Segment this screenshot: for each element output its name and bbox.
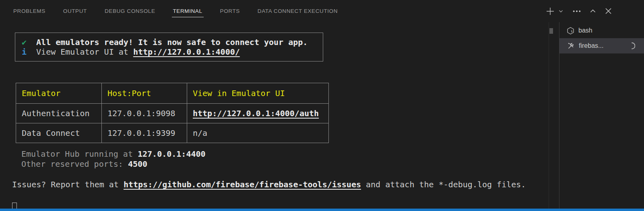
- cell-emulator-name: Data Connect: [16, 123, 102, 143]
- terminal-output[interactable]: ✔All emulators ready! It is now safe to …: [12, 22, 547, 209]
- hub-address: 127.0.0.1:4400: [138, 149, 206, 159]
- terminal-tab-firebase[interactable]: firebas...: [559, 38, 644, 53]
- view-prefix: View Emulator UI at: [36, 47, 133, 57]
- chevron-down-icon: [558, 8, 564, 14]
- cell-host-port: 127.0.0.1:9399: [102, 123, 187, 143]
- info-icon: i: [22, 47, 27, 57]
- hub-prefix: Emulator Hub running at: [21, 149, 138, 159]
- terminal-profile-dropdown-button[interactable]: [558, 8, 564, 14]
- hub-line: Emulator Hub running at 127.0.0.1:4400: [21, 149, 547, 159]
- header-view-ui: View in Emulator UI: [187, 83, 329, 104]
- tab-problems[interactable]: PROBLEMS: [13, 6, 46, 16]
- status-accent-bar: [0, 209, 644, 211]
- panel-actions: [545, 0, 644, 22]
- chevron-up-icon: [589, 8, 597, 15]
- issues-prefix: Issues? Report them at: [12, 180, 124, 189]
- ready-line: ✔All emulators ready! It is now safe to …: [22, 37, 323, 47]
- table-header-row: Emulator Host:Port View in Emulator UI: [16, 83, 329, 104]
- tab-terminal[interactable]: TERMINAL: [173, 6, 203, 16]
- terminal-tab-bash[interactable]: $ bash: [559, 23, 644, 38]
- table-row: Data Connect 127.0.0.1:9399 n/a: [16, 123, 329, 143]
- hub-info: Emulator Hub running at 127.0.0.1:4400 O…: [21, 149, 547, 169]
- emulator-ui-link[interactable]: http://127.0.0.1:4000/: [133, 47, 240, 57]
- maximize-panel-button[interactable]: [589, 8, 597, 15]
- terminal-scrollbar[interactable]: [549, 22, 559, 209]
- tools-icon: [567, 42, 575, 50]
- panel-tab-bar: PROBLEMS OUTPUT DEBUG CONSOLE TERMINAL P…: [0, 0, 539, 22]
- tab-debug-console[interactable]: DEBUG CONSOLE: [104, 6, 156, 16]
- emulators-ready-box: ✔All emulators ready! It is now safe to …: [15, 33, 323, 61]
- new-terminal-button[interactable]: [545, 6, 555, 16]
- terminal-list: $ bash firebas...: [559, 23, 644, 53]
- tab-output[interactable]: OUTPUT: [63, 6, 87, 16]
- scrollbar-thumb[interactable]: [549, 28, 553, 34]
- close-icon: [605, 7, 612, 15]
- reserved-prefix: Other reserved ports:: [21, 159, 128, 169]
- table-row: Authentication 127.0.0.1:9098 http://127…: [16, 104, 329, 123]
- bash-cube-icon: $: [567, 27, 574, 35]
- tab-data-connect-execution[interactable]: DATA CONNECT EXECUTION: [257, 6, 338, 16]
- reserved-ports-line: Other reserved ports: 4500: [21, 159, 547, 169]
- loading-spinner-icon: [629, 42, 635, 49]
- plus-icon: [545, 6, 555, 16]
- cell-host-port: 127.0.0.1:9098: [102, 104, 187, 123]
- emulator-ui-line: iView Emulator UI at http://127.0.0.1:40…: [22, 47, 323, 57]
- close-panel-button[interactable]: [605, 7, 612, 15]
- terminal-tab-label: bash: [578, 27, 592, 34]
- issues-github-link[interactable]: https://github.com/firebase/firebase-too…: [124, 180, 361, 189]
- issues-suffix: and attach the *-debug.log files.: [361, 180, 526, 189]
- header-emulator: Emulator: [16, 83, 102, 104]
- reserved-ports-value: 4500: [128, 159, 147, 169]
- ellipsis-icon: [572, 7, 581, 16]
- cell-emulator-name: Authentication: [16, 104, 102, 123]
- tab-ports[interactable]: PORTS: [220, 6, 240, 16]
- terminal-tab-label: firebas...: [579, 42, 603, 49]
- check-icon: ✔: [22, 37, 27, 47]
- more-actions-button[interactable]: [572, 7, 581, 16]
- svg-text:$: $: [571, 30, 572, 33]
- issues-line: Issues? Report them at https://github.co…: [12, 180, 547, 190]
- ready-message: All emulators ready! It is now safe to c…: [36, 37, 308, 47]
- cell-view-ui: n/a: [187, 123, 329, 143]
- header-host-port: Host:Port: [102, 83, 187, 104]
- emulator-table: Emulator Host:Port View in Emulator UI A…: [16, 83, 329, 143]
- auth-emulator-ui-link[interactable]: http://127.0.0.1:4000/auth: [193, 109, 319, 118]
